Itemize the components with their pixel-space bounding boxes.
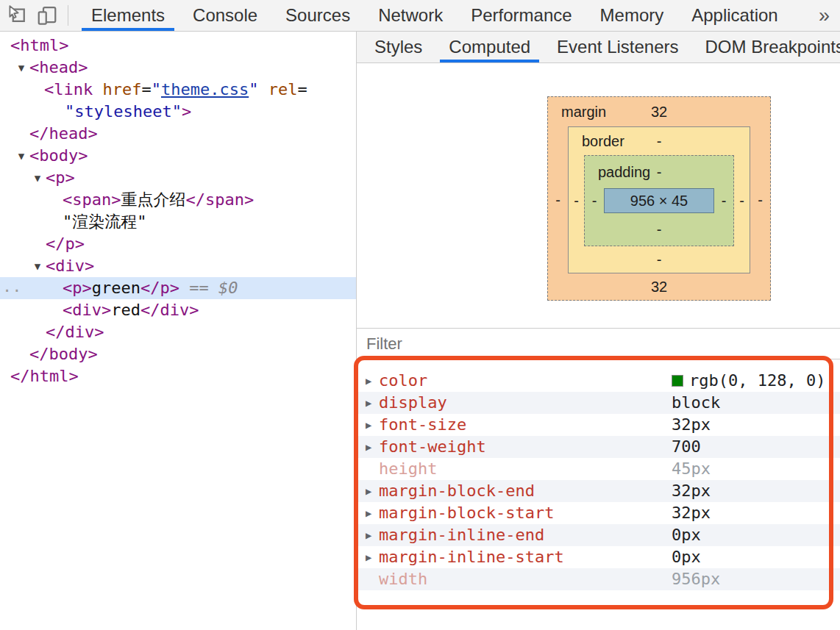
sidebar-tab-event-listeners[interactable]: Event Listeners bbox=[544, 32, 691, 62]
expand-arrow-icon[interactable]: ▶ bbox=[366, 480, 371, 502]
dom-tree-row[interactable]: ▼<head> bbox=[0, 57, 356, 79]
box-model-content[interactable]: 956 × 45 bbox=[604, 188, 714, 213]
dom-tree-row[interactable]: </p> bbox=[0, 233, 356, 255]
expand-arrow-icon[interactable]: ▶ bbox=[366, 436, 371, 458]
property-value-text: 0px bbox=[672, 546, 701, 568]
token-hint: == bbox=[179, 279, 218, 297]
margin-top-value[interactable]: 32 bbox=[651, 104, 667, 120]
margin-bottom-value[interactable]: 32 bbox=[548, 273, 770, 300]
token-tag: > bbox=[182, 102, 191, 121]
token-tag: <span> bbox=[63, 190, 121, 209]
dom-tree-row[interactable]: "渲染流程" bbox=[0, 211, 356, 233]
property-name: margin-block-end bbox=[379, 480, 535, 502]
padding-right-value[interactable]: - bbox=[714, 188, 733, 213]
dom-node-text: <span>重点介绍</span> bbox=[0, 189, 254, 211]
border-left-value[interactable]: - bbox=[569, 155, 584, 246]
tab-application[interactable]: Application bbox=[677, 0, 791, 31]
token-tag: <div> bbox=[63, 301, 111, 319]
property-name: margin-block-start bbox=[379, 502, 554, 524]
dom-tree-row[interactable]: <link href="theme.css" rel= bbox=[0, 79, 356, 101]
expand-arrow-icon[interactable]: ▶ bbox=[366, 524, 371, 546]
dom-tree-row[interactable]: </body> bbox=[0, 343, 356, 365]
property-value: 32px bbox=[672, 414, 711, 436]
tab-memory[interactable]: Memory bbox=[586, 0, 678, 31]
sidebar-tab-dom-breakpoints[interactable]: DOM Breakpoints bbox=[692, 32, 840, 62]
expand-arrow-icon[interactable]: ▶ bbox=[366, 414, 371, 436]
dom-node-text: </head> bbox=[0, 123, 98, 145]
token-tag: </html> bbox=[10, 367, 79, 385]
computed-property-row[interactable]: ▶displayblock bbox=[357, 392, 840, 414]
token-tag: </div> bbox=[140, 301, 199, 319]
border-bottom-value[interactable]: - bbox=[569, 246, 750, 273]
token-tag: </p> bbox=[140, 279, 179, 297]
color-swatch[interactable] bbox=[672, 375, 683, 387]
box-model-diagram: margin 32 - border - - bbox=[547, 96, 771, 301]
token-link[interactable]: theme.css bbox=[161, 80, 249, 99]
dom-tree-row[interactable]: <html> bbox=[0, 35, 356, 57]
expand-arrow-icon[interactable]: ▼ bbox=[15, 145, 28, 167]
computed-property-row[interactable]: ▶font-weight700 bbox=[357, 436, 840, 458]
expand-arrow-icon[interactable]: ▶ bbox=[366, 546, 371, 568]
property-name: height bbox=[379, 458, 437, 480]
computed-property-row[interactable]: width956px bbox=[357, 568, 840, 590]
dom-tree-row[interactable]: </html> bbox=[0, 365, 356, 387]
dom-tree-row[interactable]: ▼<body> bbox=[0, 145, 356, 167]
dom-node-text: <link href="theme.css" rel= bbox=[0, 79, 307, 101]
computed-property-row[interactable]: height45px bbox=[357, 458, 840, 480]
token-tag: <link bbox=[44, 80, 93, 99]
dom-tree-row[interactable]: <span>重点介绍</span> bbox=[0, 189, 356, 211]
dom-tree-row[interactable]: </div> bbox=[0, 321, 356, 343]
dom-node-text: <body> bbox=[0, 145, 88, 167]
computed-property-row[interactable]: ▶margin-inline-start0px bbox=[357, 546, 840, 568]
dom-tree-row-selected[interactable]: ..<p>green</p> == $0 bbox=[0, 277, 356, 299]
token-text: green bbox=[92, 279, 140, 297]
filter-input[interactable]: Filter bbox=[357, 328, 840, 359]
tab-sources[interactable]: Sources bbox=[271, 0, 364, 31]
padding-bottom-value[interactable]: - bbox=[585, 213, 733, 246]
token-tag: <html> bbox=[10, 36, 68, 54]
computed-property-row[interactable]: ▶margin-block-end32px bbox=[357, 480, 840, 502]
sidebar-tab-computed[interactable]: Computed bbox=[435, 32, 544, 62]
property-name: font-size bbox=[379, 414, 466, 436]
computed-property-row[interactable]: ▶margin-block-start32px bbox=[357, 502, 840, 524]
device-toolbar-button[interactable] bbox=[34, 2, 60, 29]
property-value-text: 700 bbox=[672, 436, 701, 458]
computed-property-row[interactable]: ▶margin-inline-end0px bbox=[357, 524, 840, 546]
dom-tree-row[interactable]: </head> bbox=[0, 123, 356, 145]
tab-performance[interactable]: Performance bbox=[457, 0, 585, 31]
border-right-value[interactable]: - bbox=[734, 155, 750, 246]
devtools-window: ElementsConsoleSourcesNetworkPerformance… bbox=[0, 0, 840, 630]
padding-left-value[interactable]: - bbox=[585, 188, 604, 213]
property-name: display bbox=[379, 392, 447, 414]
property-name: font-weight bbox=[379, 436, 486, 458]
more-tabs-icon[interactable]: » bbox=[808, 0, 840, 31]
expand-arrow-icon[interactable]: ▶ bbox=[366, 370, 371, 392]
dom-tree-row[interactable]: ▼<p> bbox=[0, 167, 356, 189]
token-text: "渲染流程" bbox=[63, 212, 147, 231]
expand-arrow-icon[interactable]: ▼ bbox=[31, 167, 44, 189]
padding-label: padding bbox=[598, 156, 650, 188]
expand-arrow-icon[interactable]: ▶ bbox=[366, 392, 371, 414]
devtools-tab-bar: ElementsConsoleSourcesNetworkPerformance… bbox=[77, 0, 792, 31]
sidebar-tab-styles[interactable]: Styles bbox=[361, 32, 435, 62]
margin-right-value[interactable]: - bbox=[750, 126, 770, 273]
token-attr: rel bbox=[268, 80, 298, 99]
inspect-element-button[interactable] bbox=[4, 2, 31, 29]
computed-property-row[interactable]: ▶font-size32px bbox=[357, 414, 840, 436]
padding-top-value[interactable]: - bbox=[657, 164, 662, 180]
expand-arrow-icon[interactable]: ▶ bbox=[366, 502, 371, 524]
dom-tree-row[interactable]: "stylesheet"> bbox=[0, 101, 356, 123]
expand-arrow-icon[interactable]: ▼ bbox=[31, 255, 44, 277]
tab-elements[interactable]: Elements bbox=[77, 0, 179, 31]
dom-tree-row[interactable]: <div>red</div> bbox=[0, 299, 356, 321]
expand-arrow-icon[interactable]: ▼ bbox=[15, 57, 28, 79]
tab-network[interactable]: Network bbox=[364, 0, 457, 31]
property-value-text: 0px bbox=[672, 524, 701, 546]
border-top-value[interactable]: - bbox=[657, 133, 662, 149]
margin-left-value[interactable]: - bbox=[548, 126, 568, 273]
dom-node-text: <div>red</div> bbox=[0, 299, 199, 321]
dom-tree-row[interactable]: ▼<div> bbox=[0, 255, 356, 277]
tab-console[interactable]: Console bbox=[179, 0, 271, 31]
token-attr: href bbox=[102, 80, 141, 99]
computed-property-row[interactable]: ▶colorrgb(0, 128, 0) bbox=[357, 370, 840, 392]
